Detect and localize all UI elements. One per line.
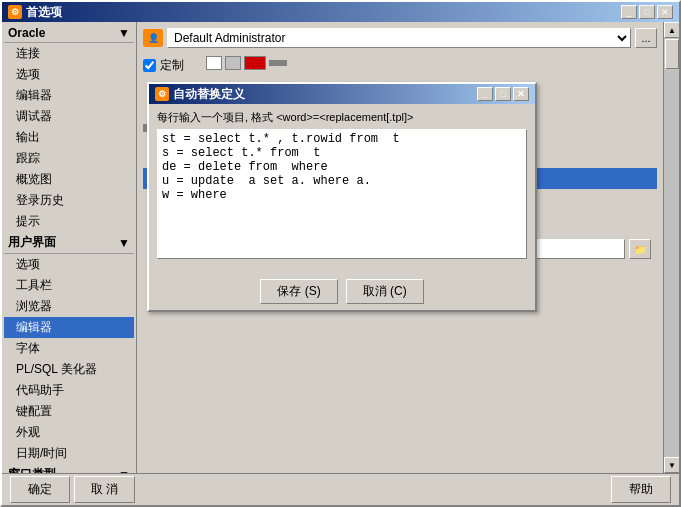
color-box-gray: [225, 56, 241, 70]
color-box-dash: [269, 60, 287, 66]
sidebar-item-output[interactable]: 输出: [4, 127, 134, 148]
sidebar: Oracle ▼ 连接 选项 编辑器 调试器 输出 跟踪 概览图 登录历史 提示…: [2, 22, 137, 473]
color-box-red: [244, 56, 266, 70]
color-boxes: [206, 56, 287, 70]
dialog-close-button[interactable]: ✕: [513, 87, 529, 101]
dialog-cancel-button[interactable]: 取消 (C): [346, 279, 424, 304]
sidebar-item-editor2[interactable]: 编辑器: [4, 317, 134, 338]
dialog-content: 每行输入一个项目, 格式 <word>=<replacement[.tpl]> …: [149, 104, 535, 275]
sidebar-category-wintype-label: 窗口类型: [8, 466, 56, 473]
sidebar-item-hint[interactable]: 提示: [4, 211, 134, 232]
cancel-button[interactable]: 取 消: [74, 476, 135, 503]
scroll-thumb[interactable]: [665, 39, 679, 69]
dialog-title-text: 自动替换定义: [173, 86, 245, 103]
dialog-minimize-button[interactable]: _: [477, 87, 493, 101]
right-scrollbar: ▲ ▼: [663, 22, 679, 473]
sidebar-item-trace[interactable]: 跟踪: [4, 148, 134, 169]
profile-more-button[interactable]: ...: [635, 28, 657, 48]
app-icon: ⚙: [8, 5, 22, 19]
sidebar-item-connect[interactable]: 连接: [4, 43, 134, 64]
sidebar-item-browser[interactable]: 浏览器: [4, 296, 134, 317]
sidebar-item-font[interactable]: 字体: [4, 338, 134, 359]
sidebar-category-wintype[interactable]: 窗口类型 ▼: [4, 464, 134, 473]
sidebar-item-plsql-beautifier[interactable]: PL/SQL 美化器: [4, 359, 134, 380]
profile-select[interactable]: Default Administrator: [167, 28, 631, 48]
dialog-hint: 每行输入一个项目, 格式 <word>=<replacement[.tpl]>: [157, 110, 527, 125]
sidebar-item-options1[interactable]: 选项: [4, 64, 134, 85]
maximize-button[interactable]: □: [639, 5, 655, 19]
sidebar-category-ui-arrow: ▼: [118, 236, 130, 250]
dialog-save-button[interactable]: 保存 (S): [260, 279, 337, 304]
title-bar: ⚙ 首选项 _ □ ✕: [2, 2, 679, 22]
sidebar-category-ui-label: 用户界面: [8, 234, 56, 251]
dialog-bottom: 保存 (S) 取消 (C): [149, 275, 535, 310]
main-window: ⚙ 首选项 _ □ ✕ Oracle ▼ 连接 选项 编辑器 调试器 输出 跟踪…: [0, 0, 681, 507]
sidebar-item-code-assistant[interactable]: 代码助手: [4, 380, 134, 401]
dialog-title-bar: ⚙ 自动替换定义 _ □ ✕: [149, 84, 535, 104]
sidebar-category-oracle-label: Oracle: [8, 26, 45, 40]
customize-checkbox-row: 定制: [143, 56, 657, 74]
sidebar-item-key-config[interactable]: 键配置: [4, 401, 134, 422]
sidebar-item-debugger[interactable]: 调试器: [4, 106, 134, 127]
sidebar-category-ui[interactable]: 用户界面 ▼: [4, 232, 134, 254]
close-button[interactable]: ✕: [657, 5, 673, 19]
window-title: 首选项: [26, 4, 62, 21]
main-content: Oracle ▼ 连接 选项 编辑器 调试器 输出 跟踪 概览图 登录历史 提示…: [2, 22, 679, 473]
help-button[interactable]: 帮助: [611, 476, 671, 503]
sidebar-item-options2[interactable]: 选项: [4, 254, 134, 275]
minimize-button[interactable]: _: [621, 5, 637, 19]
bottom-bar-left: 确定 取 消: [10, 476, 135, 503]
right-panel: 👤 Default Administrator ... 定制: [137, 22, 663, 473]
sidebar-item-editor1[interactable]: 编辑器: [4, 85, 134, 106]
profile-icon: 👤: [143, 29, 163, 47]
color-box-white: [206, 56, 222, 70]
file-browse-button[interactable]: 📁: [629, 239, 651, 259]
dialog-icon: ⚙: [155, 87, 169, 101]
scroll-down-arrow[interactable]: ▼: [664, 457, 679, 473]
sidebar-item-overview[interactable]: 概览图: [4, 169, 134, 190]
sidebar-category-oracle-arrow: ▼: [118, 26, 130, 40]
sidebar-item-datetime[interactable]: 日期/时间: [4, 443, 134, 464]
auto-replace-dialog: ⚙ 自动替换定义 _ □ ✕ 每行输入一个项目, 格式 <word>=<repl…: [147, 82, 537, 312]
confirm-button[interactable]: 确定: [10, 476, 70, 503]
sidebar-item-toolbar[interactable]: 工具栏: [4, 275, 134, 296]
bottom-bar: 确定 取 消 帮助: [2, 473, 679, 505]
customize-label: 定制: [160, 57, 184, 74]
dialog-maximize-button[interactable]: □: [495, 87, 511, 101]
profile-row: 👤 Default Administrator ...: [143, 28, 657, 48]
scroll-up-arrow[interactable]: ▲: [664, 22, 679, 38]
customize-checkbox[interactable]: [143, 59, 156, 72]
sidebar-item-login-history[interactable]: 登录历史: [4, 190, 134, 211]
scroll-track: [664, 38, 679, 457]
sidebar-category-oracle[interactable]: Oracle ▼: [4, 24, 134, 43]
sidebar-item-appearance[interactable]: 外观: [4, 422, 134, 443]
dialog-textarea[interactable]: st = select t.* , t.rowid from t s = sel…: [157, 129, 527, 259]
right-main-area: 👤 Default Administrator ... 定制: [137, 22, 679, 473]
